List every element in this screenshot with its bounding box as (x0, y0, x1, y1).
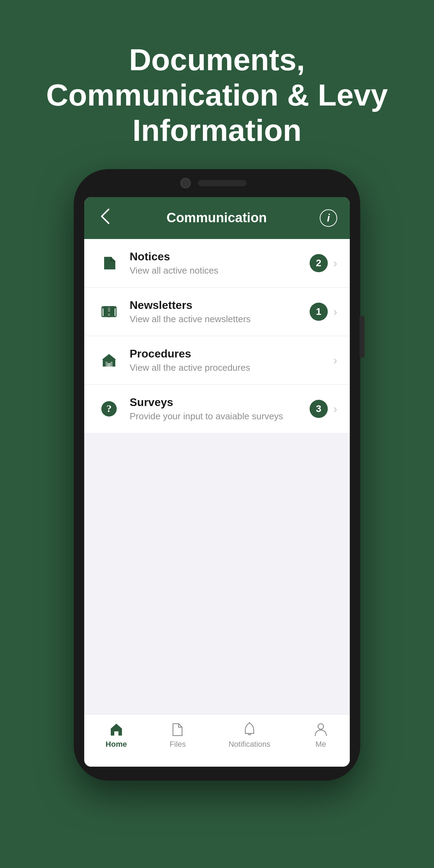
svg-text:?: ? (107, 403, 112, 414)
newsletters-text: Newsletters View all the active newslett… (130, 299, 310, 325)
notices-badge: 2 (310, 254, 328, 272)
surveys-sublabel: Provide your input to avaiable surveys (130, 411, 310, 422)
files-icon (170, 722, 186, 737)
home-label: Home (106, 740, 127, 749)
newsletters-badge: 1 (310, 303, 328, 321)
procedures-icon (101, 352, 117, 369)
menu-item-surveys[interactable]: ? Surveys Provide your input to avaiable… (84, 385, 350, 433)
notices-text: Notices View all active notices (130, 250, 310, 276)
svg-rect-4 (106, 362, 108, 367)
svg-point-10 (318, 724, 324, 729)
bottom-nav: Home Files Notifications (84, 714, 350, 767)
me-label: Me (316, 740, 326, 749)
procedures-text: Procedures View all the active procedure… (130, 347, 333, 373)
notices-chevron: › (333, 256, 337, 270)
phone-top-bar (74, 169, 360, 197)
menu-item-newsletters[interactable]: Newsletters View all the active newslett… (84, 288, 350, 336)
phone-shell: Communication i Notices View all active … (74, 169, 360, 781)
app-header: Communication i (84, 197, 350, 239)
page-title: Documents, Communication & Levy Informat… (0, 42, 434, 148)
procedures-sublabel: View all the active procedures (130, 362, 333, 373)
nav-item-files[interactable]: Files (162, 722, 193, 749)
phone-speaker (198, 180, 247, 186)
phone-side-button (360, 316, 364, 358)
phone-screen: Communication i Notices View all active … (84, 197, 350, 767)
surveys-icon: ? (101, 400, 117, 417)
home-icon (109, 722, 124, 737)
procedures-chevron: › (333, 353, 337, 367)
newsletters-icon-wrap (97, 299, 121, 324)
notices-icon (101, 255, 117, 272)
content-area (84, 433, 350, 714)
notices-icon-wrap (97, 251, 121, 275)
notices-sublabel: View all active notices (130, 265, 310, 276)
notices-right: 2 › (310, 254, 337, 272)
surveys-text: Surveys Provide your input to avaiable s… (130, 396, 310, 422)
procedures-label: Procedures (130, 347, 333, 360)
info-button[interactable]: i (320, 209, 337, 227)
surveys-badge: 3 (310, 400, 328, 418)
menu-item-procedures[interactable]: Procedures View all the active procedure… (84, 336, 350, 385)
info-icon: i (327, 212, 330, 224)
procedures-icon-wrap (97, 348, 121, 372)
newsletters-right: 1 › (310, 303, 337, 321)
menu-list: Notices View all active notices 2 › (84, 239, 350, 433)
notices-label: Notices (130, 250, 310, 263)
svg-marker-3 (102, 354, 116, 360)
newsletters-chevron: › (333, 305, 337, 318)
svg-rect-5 (110, 362, 113, 367)
surveys-chevron: › (333, 402, 337, 415)
nav-item-notifications[interactable]: Notifications (222, 722, 277, 749)
svg-rect-6 (108, 363, 110, 367)
back-button[interactable] (97, 204, 114, 232)
notifications-icon (242, 722, 257, 737)
notifications-label: Notifications (229, 740, 270, 749)
surveys-icon-wrap: ? (97, 397, 121, 421)
newsletters-sublabel: View all the active newsletters (130, 314, 310, 325)
newsletters-icon (101, 303, 117, 320)
surveys-label: Surveys (130, 396, 310, 409)
files-label: Files (169, 740, 186, 749)
surveys-right: 3 › (310, 400, 337, 418)
menu-item-notices[interactable]: Notices View all active notices 2 › (84, 239, 350, 288)
me-icon (313, 722, 328, 737)
procedures-right: › (333, 353, 337, 367)
phone-camera (180, 178, 191, 188)
nav-item-home[interactable]: Home (99, 722, 134, 749)
header-title: Communication (166, 210, 267, 225)
newsletters-label: Newsletters (130, 299, 310, 312)
nav-item-me[interactable]: Me (306, 722, 335, 749)
